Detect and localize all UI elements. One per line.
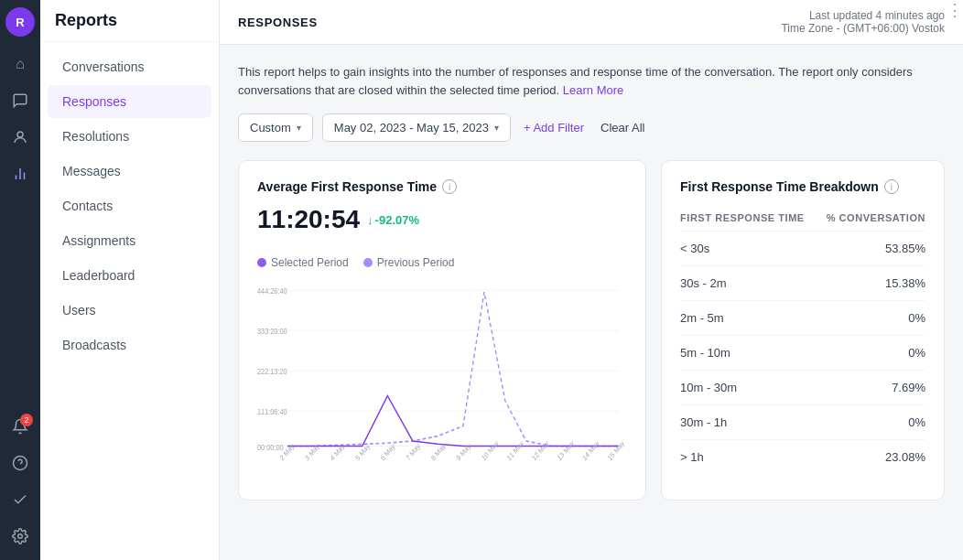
- arrow-down-icon: ↓: [367, 213, 373, 227]
- previous-period-legend: Previous Period: [363, 256, 455, 269]
- pct-cell: 0%: [817, 405, 925, 440]
- svg-text:11 May: 11 May: [505, 438, 525, 462]
- icon-rail: R ⌂ 2: [0, 0, 40, 560]
- col-pct-header: % CONVERSATION: [817, 205, 925, 232]
- clear-all-button[interactable]: Clear All: [597, 114, 648, 141]
- table-row: 5m - 10m 0%: [680, 336, 925, 371]
- help-icon[interactable]: [4, 447, 37, 479]
- page-title: RESPONSES: [238, 16, 318, 29]
- col-range-header: FIRST RESPONSE TIME: [680, 205, 817, 232]
- range-cell: 2m - 5m: [680, 301, 817, 336]
- svg-text:15 May: 15 May: [606, 438, 626, 462]
- sidebar-title: Reports: [40, 0, 219, 42]
- reports-icon[interactable]: [4, 157, 37, 190]
- metric-number: 11:20:54: [257, 205, 360, 234]
- avg-response-card: Average First Response Time i 11:20:54 ↓…: [238, 160, 646, 501]
- range-cell: 10m - 30m: [680, 371, 817, 405]
- breakdown-table: FIRST RESPONSE TIME % CONVERSATION < 30s…: [680, 205, 925, 474]
- svg-text:9 May: 9 May: [455, 442, 472, 463]
- svg-text:333:20:00: 333:20:00: [257, 328, 287, 337]
- previous-period-label: Previous Period: [377, 256, 455, 269]
- sidebar-item-messages[interactable]: Messages: [48, 155, 211, 188]
- range-cell: 30s - 2m: [680, 266, 817, 301]
- home-icon[interactable]: ⌂: [4, 48, 37, 81]
- add-filter-button[interactable]: + Add Filter: [520, 114, 588, 141]
- selected-period-legend: Selected Period: [257, 256, 349, 269]
- last-updated-info: Last updated 4 minutes ago Time Zone - (…: [781, 9, 945, 35]
- svg-text:444:26:40: 444:26:40: [257, 287, 287, 296]
- pct-cell: 23.08%: [817, 440, 925, 475]
- table-row: < 30s 53.85%: [680, 232, 925, 266]
- svg-text:13 May: 13 May: [556, 438, 576, 462]
- svg-text:7 May: 7 May: [405, 442, 422, 463]
- range-cell: > 1h: [680, 440, 817, 475]
- svg-text:3 May: 3 May: [304, 442, 321, 463]
- selected-period-label: Selected Period: [271, 256, 349, 269]
- chevron-down-icon: ▾: [297, 123, 301, 133]
- topbar: RESPONSES Last updated 4 minutes ago Tim…: [220, 0, 963, 45]
- svg-text:00:00:00: 00:00:00: [257, 443, 284, 452]
- content-area: This report helps to gain insights into …: [220, 45, 963, 560]
- chart-legend: Selected Period Previous Period: [257, 256, 454, 269]
- svg-text:222:13:20: 222:13:20: [257, 368, 287, 377]
- sidebar-item-conversations[interactable]: Conversations: [48, 50, 211, 83]
- sidebar-item-assignments[interactable]: Assignments: [48, 224, 211, 257]
- selected-dot: [257, 258, 266, 267]
- response-chart: 444:26:40 333:20:00 222:13:20 111:06:40 …: [257, 280, 627, 481]
- svg-point-6: [18, 534, 23, 539]
- svg-text:14 May: 14 May: [581, 438, 601, 462]
- sidebar-item-users[interactable]: Users: [48, 294, 211, 327]
- svg-text:111:06:40: 111:06:40: [257, 408, 287, 417]
- sidebar-item-responses[interactable]: Responses: [48, 85, 211, 118]
- avg-response-info-icon[interactable]: i: [442, 179, 457, 194]
- table-row: 2m - 5m 0%: [680, 301, 925, 336]
- timezone-text: Time Zone - (GMT+06:00) Vostok: [781, 22, 945, 35]
- date-range-filter[interactable]: May 02, 2023 - May 15, 2023 ▾: [322, 113, 511, 142]
- table-row: 30m - 1h 0%: [680, 405, 925, 440]
- chart-container: 444:26:40 333:20:00 222:13:20 111:06:40 …: [257, 280, 627, 481]
- sidebar-item-broadcasts[interactable]: Broadcasts: [48, 328, 211, 361]
- main-content: RESPONSES Last updated 4 minutes ago Tim…: [220, 0, 963, 560]
- sidebar: Reports Conversations Responses Resoluti…: [40, 0, 220, 560]
- period-filter[interactable]: Custom ▾: [238, 113, 313, 142]
- range-cell: 5m - 10m: [680, 336, 817, 371]
- settings-icon[interactable]: [4, 520, 37, 553]
- previous-dot: [363, 258, 373, 267]
- svg-point-0: [17, 132, 23, 137]
- metric-value-display: 11:20:54 ↓ -92.07%: [257, 205, 627, 234]
- learn-more-link[interactable]: Learn More: [563, 83, 623, 97]
- sidebar-item-contacts[interactable]: Contacts: [48, 189, 211, 222]
- notification-badge: 2: [20, 414, 33, 426]
- pct-cell: 0%: [817, 301, 925, 336]
- breakdown-title: First Response Time Breakdown: [680, 179, 879, 194]
- pct-cell: 7.69%: [817, 371, 925, 405]
- metric-change: ↓ -92.07%: [367, 213, 419, 227]
- avg-response-header: Average First Response Time i: [257, 179, 627, 194]
- svg-text:10 May: 10 May: [480, 438, 500, 462]
- chevron-down-icon-2: ▾: [494, 123, 499, 133]
- period-label: Custom: [250, 121, 291, 135]
- date-range-label: May 02, 2023 - May 15, 2023: [334, 121, 489, 135]
- pct-cell: 0%: [817, 336, 925, 371]
- breakdown-info-icon[interactable]: i: [884, 179, 899, 194]
- table-row: 30s - 2m 15.38%: [680, 266, 925, 301]
- contacts-icon[interactable]: [4, 121, 37, 154]
- range-cell: < 30s: [680, 232, 817, 266]
- svg-text:5 May: 5 May: [354, 442, 372, 463]
- breakdown-header: First Response Time Breakdown i: [680, 179, 925, 194]
- sidebar-item-leaderboard[interactable]: Leaderboard: [48, 259, 211, 292]
- avatar[interactable]: R: [5, 7, 35, 37]
- range-cell: 30m - 1h: [680, 405, 817, 440]
- svg-text:6 May: 6 May: [379, 442, 396, 463]
- pct-cell: 15.38%: [817, 266, 925, 301]
- cards-row: Average First Response Time i 11:20:54 ↓…: [238, 160, 945, 501]
- last-updated-text: Last updated 4 minutes ago: [781, 9, 945, 22]
- report-description: This report helps to gain insights into …: [238, 63, 945, 99]
- breakdown-card: First Response Time Breakdown i FIRST RE…: [661, 160, 945, 501]
- notifications-icon[interactable]: 2: [4, 410, 37, 443]
- table-row: > 1h 23.08%: [680, 440, 925, 475]
- pct-cell: 53.85%: [817, 232, 925, 266]
- sidebar-item-resolutions[interactable]: Resolutions: [48, 120, 211, 153]
- check-icon[interactable]: [4, 483, 37, 516]
- conversations-icon[interactable]: [4, 84, 37, 117]
